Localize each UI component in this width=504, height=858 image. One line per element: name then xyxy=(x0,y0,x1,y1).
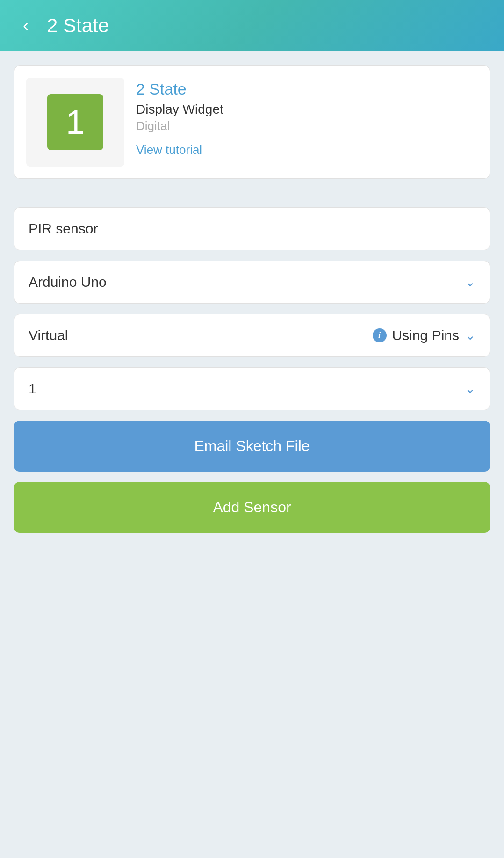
pin-number-field[interactable]: 1 ⌄ xyxy=(14,367,490,410)
back-button[interactable]: ‹ xyxy=(14,14,37,37)
header: ‹ 2 State xyxy=(0,0,504,51)
email-sketch-button[interactable]: Email Sketch File xyxy=(14,421,490,472)
header-title: 2 State xyxy=(47,15,109,37)
bottom-area xyxy=(0,571,504,712)
widget-category: Digital xyxy=(136,119,478,133)
pin-type-chevron-icon: ⌄ xyxy=(465,329,475,342)
widget-name: 2 State xyxy=(136,80,478,98)
main-content: 1 2 State Display Widget Digital View tu… xyxy=(0,51,504,571)
pin-number-chevron-icon: ⌄ xyxy=(465,382,475,395)
info-icon[interactable]: i xyxy=(373,328,387,342)
widget-number-box: 1 xyxy=(47,94,103,150)
pin-number-field-right: ⌄ xyxy=(465,382,475,395)
pin-number-field-value: 1 xyxy=(29,381,36,397)
section-divider xyxy=(14,193,490,193)
widget-number: 1 xyxy=(66,103,85,141)
name-field-value: PIR sensor xyxy=(29,221,98,237)
widget-preview: 1 xyxy=(26,78,124,167)
pin-type-field[interactable]: Virtual i Using Pins ⌄ xyxy=(14,314,490,357)
device-chevron-icon: ⌄ xyxy=(465,276,475,289)
add-sensor-button[interactable]: Add Sensor xyxy=(14,482,490,533)
using-pins-label: Using Pins xyxy=(392,327,459,343)
name-field[interactable]: PIR sensor xyxy=(14,207,490,250)
widget-details: 2 State Display Widget Digital View tuto… xyxy=(136,78,478,157)
widget-info-card: 1 2 State Display Widget Digital View tu… xyxy=(14,65,490,179)
device-field-right: ⌄ xyxy=(465,276,475,289)
pin-type-field-right: i Using Pins ⌄ xyxy=(373,327,475,343)
pin-type-field-value: Virtual xyxy=(29,327,68,343)
widget-type: Display Widget xyxy=(136,102,478,117)
view-tutorial-link[interactable]: View tutorial xyxy=(136,143,202,157)
device-field-value: Arduino Uno xyxy=(29,274,107,290)
device-field[interactable]: Arduino Uno ⌄ xyxy=(14,261,490,304)
back-icon: ‹ xyxy=(23,17,29,34)
